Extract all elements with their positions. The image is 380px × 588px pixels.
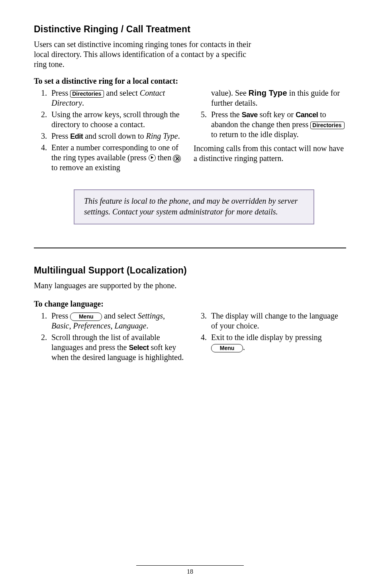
step-4-cont: value). See Ring Type in this guide for … — [205, 88, 346, 108]
right-column: value). See Ring Type in this guide for … — [194, 88, 346, 174]
step-1: 1. Press Menu and select Settings, Basic… — [45, 311, 186, 331]
heading-distinctive-ringing: Distinctive Ringing / Call Treatment — [34, 24, 346, 35]
incoming-calls-note: Incoming calls from this contact will no… — [194, 144, 346, 163]
two-column-layout: 1. Press Menu and select Settings, Basic… — [34, 311, 346, 364]
note-text: This feature is local to the phone, and … — [84, 197, 298, 216]
step-text: soft key or — [258, 110, 296, 119]
page-number: 18 — [187, 568, 193, 575]
two-column-layout: 1. Press Directories and select Contact … — [34, 88, 346, 174]
step-text: . — [146, 321, 148, 330]
step-text: and select — [104, 88, 139, 97]
step-text: Press — [51, 311, 70, 320]
step-text: . — [82, 98, 84, 107]
edit-softkey: Edit — [70, 132, 83, 140]
select-softkey: Select — [129, 344, 149, 352]
menu-key: Menu — [211, 344, 243, 352]
directories-key: Directories — [70, 90, 104, 98]
step-4: 4. Exit to the idle display by pressing … — [205, 332, 346, 352]
step-4: 4. Enter a number corresponding to one o… — [45, 143, 186, 173]
menu-path: Ring Type — [146, 132, 178, 140]
step-text: . — [178, 132, 180, 140]
right-arrow-icon — [149, 154, 156, 161]
info-note-box: This feature is local to the phone, and … — [74, 189, 314, 224]
step-text: to return to the idle display. — [211, 130, 299, 139]
step-3: 3. Press Edit and scroll down to Ring Ty… — [45, 131, 186, 141]
step-3: 3. The display will change to the langua… — [205, 311, 346, 331]
step-2: 2. Using the arrow keys, scroll through … — [45, 110, 186, 130]
subheading-set-ring: To set a distinctive ring for a local co… — [34, 77, 346, 86]
step-text: and select — [102, 311, 137, 320]
left-column: 1. Press Directories and select Contact … — [34, 88, 186, 174]
step-text: Press — [51, 88, 70, 97]
step-1: 1. Press Directories and select Contact … — [45, 88, 186, 108]
page-footer: 18 — [0, 565, 380, 575]
step-text: Using the arrow keys, scroll through the… — [51, 110, 180, 129]
step-text: to remove an existing — [51, 163, 120, 172]
step-text: The display will change to the language … — [211, 311, 338, 330]
menu-key: Menu — [70, 313, 102, 321]
ring-type-ref: Ring Type — [249, 88, 287, 97]
directories-key: Directories — [310, 122, 344, 129]
step-text: Press the — [211, 110, 242, 119]
subheading-change-language: To change language: — [34, 299, 346, 309]
section-divider — [34, 248, 346, 248]
step-text: Exit to the idle display by pressing — [211, 333, 322, 342]
heading-multilingual: Multilingual Support (Localization) — [34, 265, 346, 276]
delete-x-icon — [174, 156, 180, 161]
step-text: value). See — [211, 88, 249, 97]
cancel-softkey: Cancel — [296, 111, 318, 119]
step-2: 2. Scroll through the list of available … — [45, 332, 186, 362]
step-text: then — [156, 153, 173, 162]
step-text: Press — [51, 132, 70, 140]
step-5: 5. Press the Save soft key or Cancel to … — [205, 110, 346, 140]
step-text: and scroll down to — [83, 132, 146, 140]
save-softkey: Save — [242, 111, 258, 119]
left-column: 1. Press Menu and select Settings, Basic… — [34, 311, 186, 364]
right-column: 3. The display will change to the langua… — [194, 311, 346, 364]
intro-paragraph: Users can set distinctive incoming ringi… — [34, 39, 257, 69]
intro-paragraph: Many languages are supported by the phon… — [34, 281, 257, 291]
step-text: . — [243, 343, 245, 352]
